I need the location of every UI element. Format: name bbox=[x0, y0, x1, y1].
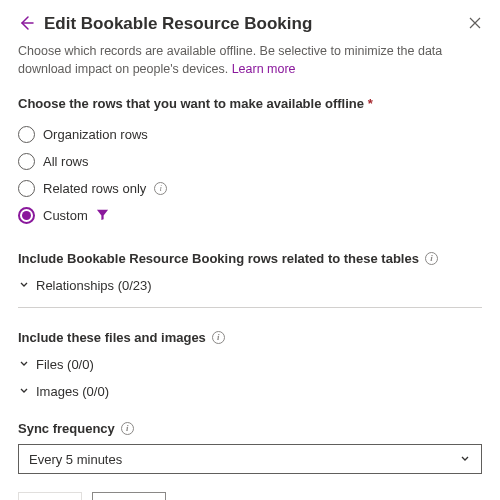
chevron-down-icon bbox=[459, 452, 471, 467]
info-icon[interactable]: i bbox=[212, 331, 225, 344]
save-button: Save bbox=[18, 492, 82, 500]
radio-all-rows[interactable]: All rows bbox=[18, 148, 482, 175]
divider bbox=[18, 307, 482, 308]
info-icon[interactable]: i bbox=[425, 252, 438, 265]
radio-related-rows-only[interactable]: Related rows only i bbox=[18, 175, 482, 202]
radio-label: All rows bbox=[43, 154, 89, 169]
info-icon[interactable]: i bbox=[121, 422, 134, 435]
include-related-label: Include Bookable Resource Booking rows r… bbox=[18, 251, 482, 266]
chevron-down-icon bbox=[18, 384, 30, 399]
relationships-label: Relationships (0/23) bbox=[36, 278, 152, 293]
radio-circle-icon bbox=[18, 153, 35, 170]
close-button[interactable] bbox=[468, 16, 482, 33]
radio-circle-icon bbox=[18, 180, 35, 197]
info-icon[interactable]: i bbox=[154, 182, 167, 195]
radio-organization-rows[interactable]: Organization rows bbox=[18, 121, 482, 148]
filter-icon[interactable] bbox=[96, 208, 109, 224]
radio-label: Custom bbox=[43, 208, 88, 223]
images-expander[interactable]: Images (0/0) bbox=[18, 384, 482, 399]
panel-title: Edit Bookable Resource Booking bbox=[44, 14, 458, 34]
files-expander[interactable]: Files (0/0) bbox=[18, 357, 482, 372]
images-label: Images (0/0) bbox=[36, 384, 109, 399]
choose-rows-radio-group: Organization rows All rows Related rows … bbox=[18, 121, 482, 229]
radio-label: Organization rows bbox=[43, 127, 148, 142]
radio-custom[interactable]: Custom bbox=[18, 202, 482, 229]
include-files-label: Include these files and images i bbox=[18, 330, 482, 345]
learn-more-link[interactable]: Learn more bbox=[232, 62, 296, 76]
files-label: Files (0/0) bbox=[36, 357, 94, 372]
sync-frequency-label: Sync frequency i bbox=[18, 421, 482, 436]
sync-frequency-select[interactable]: Every 5 minutes bbox=[18, 444, 482, 474]
relationships-expander[interactable]: Relationships (0/23) bbox=[18, 278, 482, 293]
radio-circle-selected-icon bbox=[18, 207, 35, 224]
panel-subtitle: Choose which records are available offli… bbox=[18, 42, 482, 78]
chevron-down-icon bbox=[18, 278, 30, 293]
chevron-down-icon bbox=[18, 357, 30, 372]
back-arrow-icon[interactable] bbox=[18, 15, 34, 34]
radio-circle-icon bbox=[18, 126, 35, 143]
cancel-button[interactable]: Cancel bbox=[92, 492, 166, 500]
radio-label: Related rows only bbox=[43, 181, 146, 196]
sync-frequency-value: Every 5 minutes bbox=[29, 452, 122, 467]
choose-rows-label: Choose the rows that you want to make av… bbox=[18, 96, 482, 111]
